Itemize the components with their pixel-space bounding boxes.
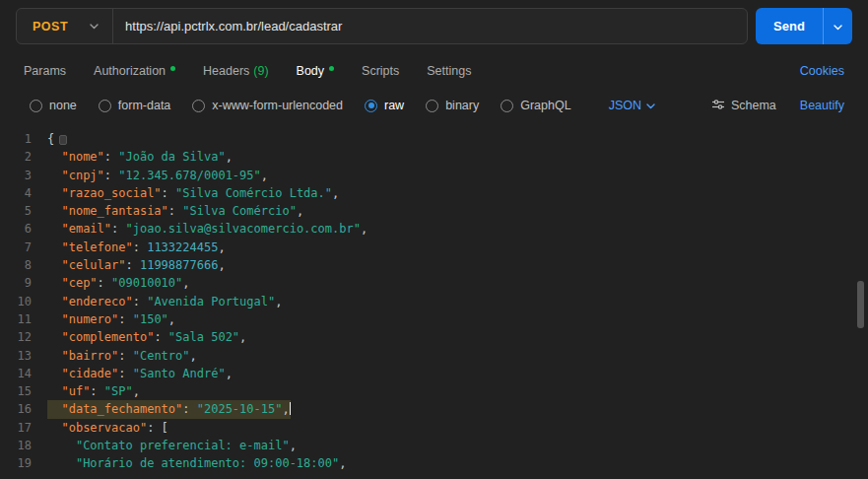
radio-label: raw [384,99,404,112]
line-number: 8 [0,256,47,274]
code-line[interactable]: 14 "cidade": "Santo André", [0,365,868,382]
line-text: "data_fechamento": "2025-10-15", [47,400,291,418]
line-number: 19 [0,454,47,472]
code-line[interactable]: 2 "nome": "João da Silva", [0,148,868,166]
body-type-graphql[interactable]: GraphQL [501,99,570,112]
cookies-link[interactable]: Cookies [800,64,844,78]
body-type-binary[interactable]: binary [426,99,479,112]
tab-params[interactable]: Params [24,64,66,78]
line-text: "nome": "João da Silva", [47,148,233,166]
headers-count: (9) [253,64,268,78]
line-number: 12 [0,328,47,346]
line-number: 1 [0,130,47,148]
send-button[interactable]: Send [756,8,823,44]
radio-label: binary [445,99,479,112]
app-root: POST Send Params Authorization [0,0,868,479]
code-line[interactable]: 19 "Horário de atendimento: 09:00-18:00"… [0,454,868,472]
body-type-raw[interactable]: raw [365,99,404,112]
tab-body[interactable]: Body [297,64,335,78]
green-dot [329,66,334,71]
line-number: 18 [0,437,47,454]
line-text: "cep": "09010010", [47,274,190,292]
request-tabs: Params Authorization Headers (9) Body Sc… [0,55,868,87]
line-text: "razao_social": "Silva Comércio Ltda.", [47,184,339,202]
method-label: POST [33,20,68,34]
line-number: 9 [0,274,47,292]
tab-label: Params [24,64,66,78]
line-number: 11 [0,310,47,328]
body-type-form-data[interactable]: form-data [99,99,171,112]
method-selector[interactable]: POST [17,9,112,43]
tab-headers[interactable]: Headers (9) [203,64,269,78]
line-number: 7 [0,239,47,256]
line-text: "email": "joao.silva@silvacomercio.com.b… [47,220,367,238]
tab-label: Authorization [94,64,166,78]
code-line[interactable]: 15 "uf": "SP", [0,382,868,400]
send-options-button[interactable] [823,8,852,44]
radio-icon [99,100,111,112]
line-text: "uf": "SP", [47,382,140,400]
code-line[interactable]: 8 "celular": 11998877666, [0,256,868,274]
line-text: "observacao": [ [47,419,168,437]
code-line[interactable]: 13 "bairro": "Centro", [0,347,868,365]
chevron-down-icon [90,24,99,30]
line-number: 14 [0,365,47,382]
code-editor[interactable]: 1{2 "nome": "João da Silva",3 "cnpj": "1… [0,130,868,479]
line-text: "endereco": "Avenida Portugal", [47,293,282,310]
line-number: 5 [0,202,47,220]
chevron-down-icon [646,99,655,112]
code-line[interactable]: 7 "telefone": 1133224455, [0,239,868,256]
tab-label: Settings [427,64,471,78]
chevron-down-icon [834,19,842,34]
code-line[interactable]: 1{ [0,130,868,148]
tab-settings[interactable]: Settings [427,64,471,78]
green-dot [170,66,175,71]
tab-authorization[interactable]: Authorization [94,64,175,78]
line-text: "complemento": "Sala 502", [47,328,246,346]
line-text: "Contato preferencial: e-mail", [47,437,297,454]
code-line[interactable]: 17 "observacao": [ [0,419,868,437]
code-line[interactable]: 6 "email": "joao.silva@silvacomercio.com… [0,220,868,238]
radio-label: x-www-form-urlencoded [212,99,343,112]
line-number: 3 [0,167,47,184]
body-type-none[interactable]: none [30,99,77,112]
line-text: { [47,130,67,148]
line-number: 6 [0,220,47,238]
code-line[interactable]: 16 "data_fechamento": "2025-10-15", [0,400,868,418]
line-number: 2 [0,148,47,166]
line-number: 4 [0,184,47,202]
radio-label: GraphQL [520,99,570,112]
body-right-controls: Schema Beautify [711,99,844,113]
beautify-button[interactable]: Beautify [800,99,844,112]
code-line[interactable]: 9 "cep": "09010010", [0,274,868,292]
tab-scripts[interactable]: Scripts [362,64,399,78]
body-type-row: none form-data x-www-form-urlencoded raw… [0,87,868,124]
code-lines: 1{2 "nome": "João da Silva",3 "cnpj": "1… [0,130,868,473]
radio-selected-icon [365,100,377,112]
code-line[interactable]: 18 "Contato preferencial: e-mail", [0,437,868,454]
url-input[interactable] [113,9,747,43]
radio-label: form-data [118,99,171,112]
language-label: JSON [609,99,641,112]
code-line[interactable]: 3 "cnpj": "12.345.678/0001-95", [0,167,868,184]
tab-label: Scripts [362,64,399,78]
schema-label: Schema [731,99,776,112]
tab-label: Body [297,64,325,78]
code-line[interactable]: 12 "complemento": "Sala 502", [0,328,868,346]
line-text: "Horário de atendimento: 09:00-18:00", [47,454,346,472]
tab-label: Headers [203,64,249,78]
request-bar: POST Send [0,0,868,52]
line-number: 15 [0,382,47,400]
code-line[interactable]: 4 "razao_social": "Silva Comércio Ltda."… [0,184,868,202]
code-line[interactable]: 11 "numero": "150", [0,310,868,328]
radio-icon [192,100,205,112]
line-number: 16 [0,400,47,418]
schema-icon [711,99,725,113]
code-line[interactable]: 5 "nome_fantasia": "Silva Comércio", [0,202,868,220]
language-selector[interactable]: JSON [609,99,655,112]
radio-icon [501,100,513,112]
body-type-urlencoded[interactable]: x-www-form-urlencoded [192,99,343,112]
vertical-scrollbar[interactable] [857,281,864,328]
schema-button[interactable]: Schema [711,99,776,113]
code-line[interactable]: 10 "endereco": "Avenida Portugal", [0,293,868,310]
